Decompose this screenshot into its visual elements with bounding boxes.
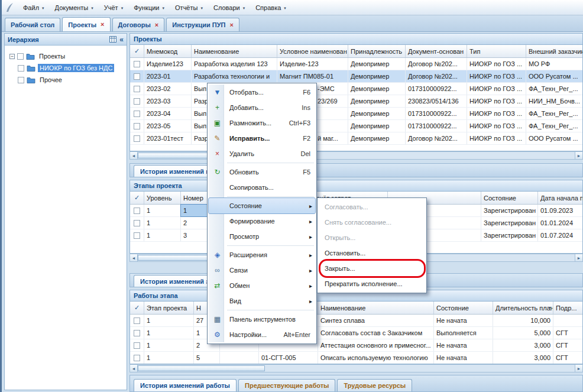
select-all-header[interactable]: ✓ [130,192,144,204]
context-menu: ▼Отобрать...F6+Добавить...Ins▣Размножить… [207,83,317,344]
context-menu-item-18[interactable]: ▦Панель инструментов [209,312,315,327]
submenu-item-5[interactable]: Прекратить исполнение... [319,276,425,291]
menubar-item-0[interactable]: Файл▾ [18,0,50,15]
column-header[interactable]: Подр... [553,302,583,314]
works-horizontal-scrollbar[interactable]: ◄ ► [129,364,583,372]
window-tab-2[interactable]: Договоры× [112,18,165,31]
context-menu-item-4[interactable]: ×УдалитьDel [209,146,315,161]
menubar-item-5[interactable]: Словари▾ [208,0,250,15]
bottom-tab-0[interactable]: История изменений работы [134,379,237,391]
menubar-item-3[interactable]: Функции▾ [128,0,170,15]
collapse-panel-icon[interactable]: « [119,35,124,44]
scroll-thumb[interactable] [138,365,265,371]
row-checkbox[interactable] [134,111,140,117]
checkbox[interactable] [18,77,24,83]
checkbox[interactable] [18,65,24,72]
column-header[interactable]: Дата начала план [538,192,583,204]
window-tab-0[interactable]: Рабочий стол [5,18,60,31]
row-checkbox[interactable] [134,318,140,324]
close-icon[interactable]: × [230,22,234,28]
context-menu-item-3[interactable]: ✎Исправить...F2 [209,131,315,146]
context-menu-item-6[interactable]: ↻ОбновитьF5 [209,164,315,180]
table-view-icon[interactable] [109,36,116,43]
sort-arrow-icon[interactable]: ▼ [548,306,552,310]
scroll-left-button[interactable]: ◄ [130,152,138,159]
context-menu-item-13[interactable]: ◈Расширения▸ [209,247,315,263]
menubar-item-2[interactable]: Учёт▾ [99,0,128,15]
row-checkbox[interactable] [134,330,140,336]
expander-icon[interactable]: − [9,54,15,59]
row-checkbox[interactable] [134,342,140,349]
scroll-left-button[interactable]: ◄ [130,365,138,372]
menubar-item-4[interactable]: Отчёты▾ [170,0,208,15]
context-menu-item-15[interactable]: ⇄Обмен▸ [209,278,315,293]
tree-node-1[interactable]: НИОКР по ГОЗ без НДС [7,62,124,74]
context-menu-item-16[interactable]: Вид▸ [209,293,315,309]
select-all-header[interactable]: ✓ [130,302,144,314]
column-header[interactable]: Тип [467,45,526,57]
table-row[interactable]: 2023-04ВыпДемопример017310000922...НИОКР… [130,108,582,120]
context-menu-item-1[interactable]: +Добавить...Ins [209,100,315,115]
row-checkbox[interactable] [134,135,140,142]
row-checkbox[interactable] [134,98,140,105]
row-checkbox[interactable] [134,123,140,129]
scroll-right-button[interactable]: ► [575,152,582,159]
context-menu-item-19[interactable]: ⚙Настройки...Alt+Enter [209,327,315,342]
row-checkbox[interactable] [134,61,140,67]
scroll-right-button[interactable]: ► [575,365,582,372]
context-menu-item-0[interactable]: ▼Отобрать...F6 [209,85,315,100]
close-icon[interactable]: × [101,21,104,28]
context-menu-item-7[interactable]: Скопировать... [209,180,315,195]
column-header[interactable]: Принадлежность [348,45,406,57]
column-header[interactable]: Состояние [434,302,493,314]
column-header[interactable]: Состояние [481,192,538,204]
checkbox[interactable] [17,53,24,60]
column-header[interactable]: Условное наименован [277,45,348,57]
submenu-item-4[interactable]: Закрыть... [319,261,425,276]
column-header[interactable]: Внешний заказчик [526,45,583,57]
row-checkbox[interactable] [134,73,140,80]
table-row[interactable]: 2023-05ВыпДемопример017310000922...НИОКР… [130,120,582,132]
column-header[interactable]: Этап проекта [144,302,194,314]
scroll-right-button[interactable]: ► [575,254,582,261]
select-all-header[interactable]: ✓ [130,45,144,57]
table-row[interactable]: 2023-03Разр23/269Демопример230823/0514/1… [130,95,582,108]
submenu-item-3[interactable]: Остановить... [319,245,425,261]
close-icon[interactable]: × [155,22,158,28]
context-menu-item-14[interactable]: ∞Связи▸ [209,263,315,278]
table-row[interactable]: 1501-СГТ-005Описать используемую техноло… [130,352,582,364]
context-menu-item-11[interactable]: Просмотр▸ [209,229,315,244]
window-tab-3[interactable]: Инструкции ПУП× [166,18,239,31]
table-row[interactable]: Изделие123Разработка изделия 123Изделие-… [130,58,582,70]
projects-horizontal-scrollbar[interactable]: ◄ ► [129,151,583,160]
context-menu-item-10[interactable]: Формирование▸ [209,213,315,229]
column-header[interactable]: Уровень [144,192,181,204]
context-menu-item-9[interactable]: Состояние▸ [209,198,315,213]
row-checkbox[interactable] [134,86,140,92]
column-header[interactable]: Длительность план▼ [493,302,553,314]
row-checkbox[interactable] [134,220,140,226]
context-menu-item-2[interactable]: ▣Размножить...Ctrl+F3 [209,115,315,131]
row-checkbox[interactable] [134,208,140,214]
menubar-item-1[interactable]: Документы▾ [50,0,99,15]
menu-item-label: Остановить... [325,250,365,257]
table-row[interactable]: 2023-01Разработка технологии иМагнит ПМ0… [130,70,582,83]
scroll-left-button[interactable]: ◄ [130,254,138,261]
bottom-tab-1[interactable]: Предшествующие работы [238,379,335,391]
column-header[interactable]: Мнемокод [144,45,192,57]
bottom-tab-2[interactable]: Трудовые ресурсы [337,379,412,391]
tree-node-2[interactable]: Прочее [7,74,124,86]
table-row[interactable]: 2023-01тестРазрй маг...ДемопримерДоговор… [130,132,582,145]
window-tab-1[interactable]: Проекты× [62,17,110,31]
column-header[interactable]: Наименование [192,45,277,57]
menubar-item-6[interactable]: Справка▾ [250,0,292,15]
column-header[interactable]: Документ-основан [406,45,467,57]
tree-node-0[interactable]: −Проекты [7,50,124,62]
table-row[interactable]: 12Аттестация основного и примесног...Не … [130,339,582,352]
row-checkbox[interactable] [134,232,140,239]
column-header[interactable]: Наименование [318,302,434,314]
table-row[interactable]: 2023-02Вып-ЭМСДемопример017310000922...Н… [130,83,582,95]
row-checkbox[interactable] [134,355,140,361]
table-row[interactable]: 11Согласовать состав с ЗаказчикомВыполня… [130,327,582,339]
table-row[interactable]: 127Синтез сплаваНе начата10,000 [130,315,582,327]
